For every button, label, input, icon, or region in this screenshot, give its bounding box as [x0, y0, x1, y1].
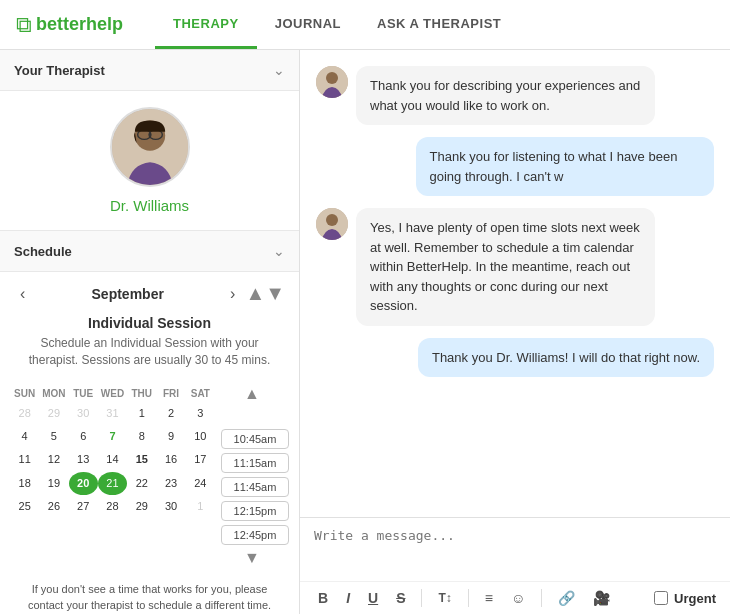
schedule-forward-button[interactable]: › — [224, 283, 241, 305]
link-button[interactable]: 🔗 — [554, 588, 579, 608]
cal-cell[interactable]: 6 — [69, 425, 98, 448]
therapist-msg-avatar-2 — [316, 208, 348, 240]
time-slot-1145[interactable]: 11:45am — [221, 477, 289, 497]
toolbar-separator-3 — [541, 589, 542, 607]
schedule-back-button[interactable]: ‹ — [14, 283, 31, 305]
nav-journal[interactable]: JOURNAL — [257, 0, 359, 49]
cal-cell[interactable]: 28 — [10, 402, 39, 425]
time-slot-1215[interactable]: 12:15pm — [221, 501, 289, 521]
list-button[interactable]: ≡ — [481, 588, 497, 608]
emoji-button[interactable]: ☺ — [507, 588, 529, 608]
video-button[interactable]: 🎥 — [589, 588, 614, 608]
cal-cell[interactable]: 29 — [127, 495, 156, 518]
user-msg-1-text: Thank you for listening to what I have b… — [430, 149, 678, 184]
urgent-label: Urgent — [674, 591, 716, 606]
time-slot-1115[interactable]: 11:15am — [221, 453, 289, 473]
urgent-area: Urgent — [654, 591, 716, 606]
therapist-avatar — [110, 107, 190, 187]
cal-cell[interactable]: 29 — [39, 402, 68, 425]
time-slots-list: 10:45am 11:15am 11:45am 12:15pm 12:45pm — [221, 429, 289, 545]
nav-ask-therapist[interactable]: ASK A THERAPIST — [359, 0, 519, 49]
chat-input-box[interactable] — [300, 518, 730, 581]
cal-cell[interactable]: 30 — [156, 495, 185, 518]
cal-cell[interactable]: 27 — [69, 495, 98, 518]
cal-cell[interactable]: 11 — [10, 448, 39, 471]
cal-cell[interactable]: 14 — [98, 448, 127, 471]
bold-button[interactable]: B — [314, 588, 332, 608]
therapist-name[interactable]: Dr. Williams — [16, 197, 283, 214]
underline-button[interactable]: U — [364, 588, 382, 608]
cal-cell[interactable]: 9 — [156, 425, 185, 448]
cal-header-wed: WED — [98, 385, 127, 402]
logo-better: better — [36, 14, 86, 34]
main-content: Your Therapist ⌄ — [0, 50, 730, 614]
therapist-bubble-2: Yes, I have plenty of open time slots ne… — [356, 208, 655, 326]
time-slot-1245[interactable]: 12:45pm — [221, 525, 289, 545]
cal-header-sat: SAT — [186, 385, 215, 402]
cal-header-sun: SUN — [10, 385, 39, 402]
italic-button[interactable]: I — [342, 588, 354, 608]
cal-cell[interactable]: 19 — [39, 472, 68, 495]
cal-cell[interactable]: 22 — [127, 472, 156, 495]
cal-cell[interactable]: 4 — [10, 425, 39, 448]
time-slots-area: ▲ 10:45am 11:15am 11:45am 12:15pm 12:45p… — [215, 385, 289, 567]
schedule-section-header[interactable]: Schedule ⌄ — [0, 231, 299, 272]
cal-cell-selected-21[interactable]: 21 — [98, 472, 127, 495]
cal-cell-today-20[interactable]: 20 — [69, 472, 98, 495]
chat-area: Thank you for describing your experience… — [300, 50, 730, 614]
cal-cell[interactable]: 16 — [156, 448, 185, 471]
cal-cell[interactable]: 8 — [127, 425, 156, 448]
chat-toolbar: B I U S T↕ ≡ ☺ 🔗 🎥 Urgent — [300, 581, 730, 614]
cal-cell[interactable]: 24 — [186, 472, 215, 495]
calendar-week-3: 11 12 13 14 15 16 17 — [10, 448, 215, 471]
user-bubble-2: Thank you Dr. Williams! I will do that r… — [418, 338, 714, 378]
time-slots-down-icon[interactable]: ▼ — [244, 549, 260, 567]
cal-cell[interactable]: 3 — [186, 402, 215, 425]
logo[interactable]: ⧉ betterhelp — [16, 12, 123, 38]
top-navigation: ⧉ betterhelp THERAPY JOURNAL ASK A THERA… — [0, 0, 730, 50]
your-therapist-chevron-icon: ⌄ — [273, 62, 285, 78]
calendar-expand-icon[interactable]: ▲▼ — [245, 282, 285, 305]
chat-input-area: B I U S T↕ ≡ ☺ 🔗 🎥 Urgent — [300, 517, 730, 614]
cal-cell[interactable]: 25 — [10, 495, 39, 518]
your-therapist-section-header[interactable]: Your Therapist ⌄ — [0, 50, 299, 91]
calendar-week-5: 25 26 27 28 29 30 1 — [10, 495, 215, 518]
cal-cell[interactable]: 1 — [127, 402, 156, 425]
cal-cell[interactable]: 5 — [39, 425, 68, 448]
message-input[interactable] — [314, 528, 716, 568]
cal-header-mon: MON — [39, 385, 68, 402]
cal-cell[interactable]: 30 — [69, 402, 98, 425]
cal-cell[interactable]: 18 — [10, 472, 39, 495]
cal-cell[interactable]: 23 — [156, 472, 185, 495]
chat-messages: Thank you for describing your experience… — [300, 50, 730, 517]
nav-therapy[interactable]: THERAPY — [155, 0, 257, 49]
cal-cell[interactable]: 31 — [98, 402, 127, 425]
calendar-area: SUN MON TUE WED THU FRI SAT 28 29 30 31 — [10, 385, 215, 567]
cal-cell[interactable]: 12 — [39, 448, 68, 471]
your-therapist-label: Your Therapist — [14, 63, 105, 78]
cal-cell[interactable]: 26 — [39, 495, 68, 518]
session-type-title: Individual Session — [0, 309, 299, 331]
cal-cell[interactable]: 13 — [69, 448, 98, 471]
sidebar: Your Therapist ⌄ — [0, 50, 300, 614]
cal-cell[interactable]: 2 — [156, 402, 185, 425]
cal-cell[interactable]: 28 — [98, 495, 127, 518]
cal-cell[interactable]: 17 — [186, 448, 215, 471]
cal-cell-7[interactable]: 7 — [98, 425, 127, 448]
user-msg-2-text: Thank you Dr. Williams! I will do that r… — [432, 350, 700, 365]
font-size-button[interactable]: T↕ — [434, 589, 455, 607]
calendar-week-4: 18 19 20 21 22 23 24 — [10, 472, 215, 495]
user-message-row: Thank you for listening to what I have b… — [316, 137, 714, 196]
session-description: Schedule an Individual Session with your… — [0, 335, 299, 379]
cal-cell[interactable]: 10 — [186, 425, 215, 448]
cal-header-fri: FRI — [156, 385, 185, 402]
time-slots-up-icon[interactable]: ▲ — [244, 385, 260, 403]
message-row: Thank you for describing your experience… — [316, 66, 714, 125]
urgent-checkbox[interactable] — [654, 591, 668, 605]
time-slot-1045[interactable]: 10:45am — [221, 429, 289, 449]
calendar-month: September — [92, 286, 164, 302]
cal-cell[interactable]: 1 — [186, 495, 215, 518]
cal-cell-15[interactable]: 15 — [127, 448, 156, 471]
toolbar-separator-2 — [468, 589, 469, 607]
strikethrough-button[interactable]: S — [392, 588, 409, 608]
